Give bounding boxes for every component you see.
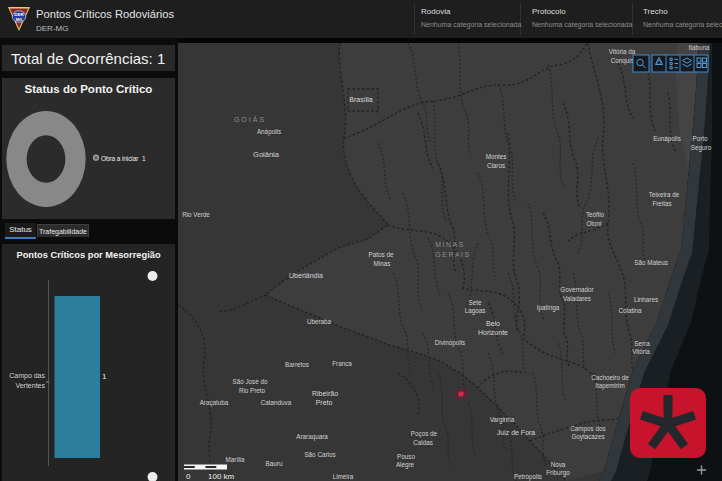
svg-text:Lagoas: Lagoas bbox=[465, 307, 486, 315]
svg-text:Vertentes: Vertentes bbox=[15, 382, 45, 389]
svg-text:GOIÁS: GOIÁS bbox=[234, 115, 266, 123]
svg-text:0: 0 bbox=[186, 472, 191, 481]
svg-text:Ribeirão: Ribeirão bbox=[312, 390, 338, 397]
svg-text:Porto: Porto bbox=[692, 135, 708, 142]
svg-text:Araçatuba: Araçatuba bbox=[200, 399, 229, 407]
svg-text:Freitas: Freitas bbox=[652, 200, 671, 207]
svg-text:Belo: Belo bbox=[486, 320, 500, 327]
svg-text:MINAS: MINAS bbox=[435, 241, 465, 248]
svg-text:Barretos: Barretos bbox=[285, 361, 309, 368]
svg-text:Caldas: Caldas bbox=[413, 439, 433, 446]
svg-text:Preto: Preto bbox=[316, 399, 333, 406]
svg-text:São Carlos: São Carlos bbox=[304, 451, 335, 458]
svg-text:Juiz de Fora: Juiz de Fora bbox=[497, 429, 536, 436]
svg-text:Obra a iniciar: Obra a iniciar bbox=[101, 155, 139, 162]
svg-text:Teixeira de: Teixeira de bbox=[649, 191, 680, 198]
svg-text:100 km: 100 km bbox=[208, 472, 235, 481]
svg-text:Varginha: Varginha bbox=[490, 416, 515, 424]
svg-text:Serra: Serra bbox=[634, 340, 650, 347]
svg-text:Poços de: Poços de bbox=[411, 430, 438, 438]
svg-text:Bauru: Bauru bbox=[266, 460, 283, 467]
svg-text:Eunápolis: Eunápolis bbox=[653, 135, 681, 143]
svg-text:Goytacazes: Goytacazes bbox=[571, 433, 604, 441]
svg-text:São José do: São José do bbox=[232, 378, 268, 385]
svg-text:Linhares: Linhares bbox=[634, 296, 658, 303]
svg-text:Brasília: Brasília bbox=[349, 96, 372, 103]
svg-text:Uberaba: Uberaba bbox=[307, 318, 332, 325]
svg-text:Patos de: Patos de bbox=[369, 251, 394, 258]
svg-text:Goiânia: Goiânia bbox=[253, 150, 280, 159]
svg-text:Araraquara: Araraquara bbox=[296, 433, 328, 441]
svg-text:Vitória da: Vitória da bbox=[609, 48, 636, 55]
svg-text:Governador: Governador bbox=[560, 286, 593, 293]
svg-text:MG: MG bbox=[16, 17, 22, 22]
svg-text:Divinópolis: Divinópolis bbox=[435, 339, 465, 347]
svg-text:Colatina: Colatina bbox=[618, 307, 642, 314]
svg-text:Seguro: Seguro bbox=[691, 144, 712, 152]
svg-text:Itapemirim: Itapemirim bbox=[595, 382, 624, 390]
svg-text:Catanduva: Catanduva bbox=[261, 399, 292, 406]
svg-text:Teófilo: Teófilo bbox=[586, 211, 605, 218]
svg-text:Marília: Marília bbox=[226, 456, 245, 463]
svg-text:Friburgo: Friburgo bbox=[546, 469, 570, 477]
svg-text:1: 1 bbox=[142, 155, 146, 162]
svg-text:GERAIS: GERAIS bbox=[435, 251, 470, 258]
svg-text:Limeira: Limeira bbox=[333, 473, 354, 480]
svg-text:Itabuna: Itabuna bbox=[688, 44, 710, 51]
svg-text:Campo das: Campo das bbox=[9, 372, 45, 380]
svg-text:Anápolis: Anápolis bbox=[257, 128, 281, 136]
svg-text:Uberlândia: Uberlândia bbox=[289, 272, 323, 279]
svg-text:1: 1 bbox=[102, 372, 107, 381]
svg-text:Claros: Claros bbox=[487, 162, 505, 169]
svg-text:Alegre: Alegre bbox=[396, 461, 415, 469]
svg-text:Cachoeiro de: Cachoeiro de bbox=[591, 374, 629, 381]
svg-text:Nova: Nova bbox=[551, 461, 566, 468]
svg-text:Vitória: Vitória bbox=[632, 348, 650, 355]
svg-text:São Mateus: São Mateus bbox=[634, 259, 668, 266]
svg-text:Minas: Minas bbox=[374, 260, 391, 267]
svg-text:Campos dos: Campos dos bbox=[570, 425, 605, 433]
svg-text:Horizonte: Horizonte bbox=[478, 329, 508, 336]
svg-text:Valadares: Valadares bbox=[563, 295, 591, 302]
svg-text:Pouso: Pouso bbox=[397, 453, 415, 460]
svg-text:Ipatinga: Ipatinga bbox=[537, 304, 560, 312]
svg-text:Franca: Franca bbox=[332, 360, 352, 367]
svg-text:Otoni: Otoni bbox=[586, 220, 601, 227]
svg-text:Rio Verde: Rio Verde bbox=[182, 211, 210, 218]
svg-text:Rio Preto: Rio Preto bbox=[239, 387, 266, 394]
svg-text:Montes: Montes bbox=[486, 153, 507, 160]
svg-text:Sete: Sete bbox=[469, 299, 482, 306]
svg-text:Petrópolis: Petrópolis bbox=[514, 473, 542, 481]
